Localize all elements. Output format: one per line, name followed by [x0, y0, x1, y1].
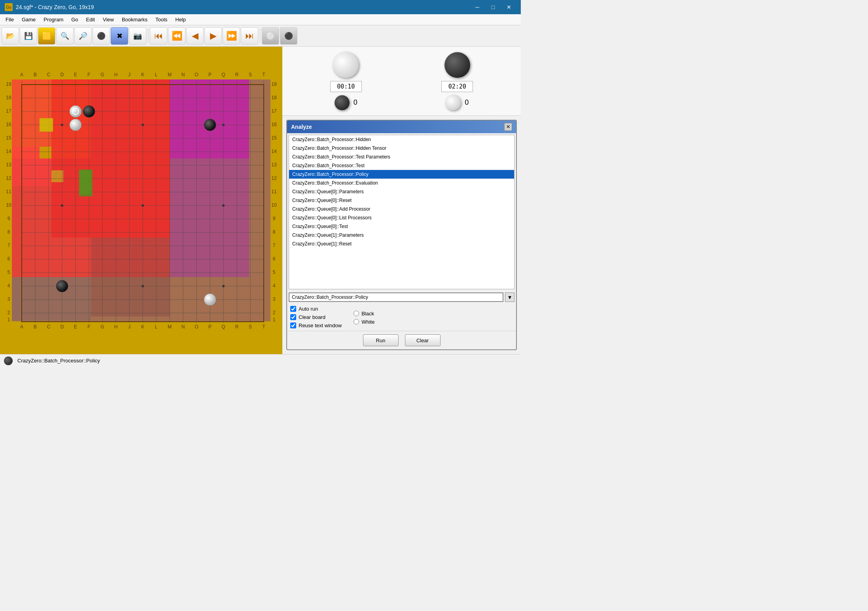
- white-player: 00:10 0: [330, 52, 362, 110]
- clear-button[interactable]: Clear: [405, 334, 441, 346]
- reuse-text-window-label[interactable]: Reuse text window: [290, 322, 342, 328]
- analyze-list-item[interactable]: CrazyZero::Queue[0]::Add Processor: [289, 205, 514, 213]
- svg-text:19: 19: [6, 81, 11, 87]
- svg-text:E: E: [74, 72, 77, 77]
- analyze-list-item[interactable]: CrazyZero::Queue[1]::Parameters: [289, 231, 514, 239]
- menu-file[interactable]: File: [2, 15, 18, 24]
- svg-rect-5: [51, 79, 170, 238]
- menu-edit[interactable]: Edit: [82, 15, 99, 24]
- screenshot-button[interactable]: 📷: [129, 27, 146, 45]
- save-button[interactable]: 💾: [20, 27, 37, 45]
- analyze-list-item[interactable]: CrazyZero::Batch_Processor::Test: [289, 161, 514, 170]
- analyze-list[interactable]: CrazyZero::Batch_Processor::HiddenCrazyZ…: [289, 135, 514, 289]
- go-first-button[interactable]: ⏮: [150, 27, 167, 45]
- gray-btn-1[interactable]: ⚪: [262, 27, 279, 45]
- black-radio-label[interactable]: Black: [354, 311, 374, 317]
- svg-text:11: 11: [6, 189, 11, 194]
- menu-help[interactable]: Help: [171, 15, 190, 24]
- stones-button[interactable]: ⚫: [93, 27, 110, 45]
- svg-point-130: [222, 124, 225, 126]
- svg-text:S: S: [249, 324, 252, 330]
- analyze-list-item[interactable]: CrazyZero::Batch_Processor::Hidden Tenso…: [289, 144, 514, 153]
- menu-go[interactable]: Go: [67, 15, 82, 24]
- svg-text:D: D: [61, 324, 64, 330]
- analyze-list-item[interactable]: CrazyZero::Queue[0]::Reset: [289, 196, 514, 205]
- run-button[interactable]: Run: [363, 334, 399, 346]
- open-file-button[interactable]: 📂: [2, 27, 19, 45]
- analyze-input-field[interactable]: [289, 292, 503, 302]
- analyze-list-item[interactable]: CrazyZero::Queue[0]::Test: [289, 222, 514, 231]
- menu-tools[interactable]: Tools: [151, 15, 171, 24]
- svg-text:16: 16: [6, 122, 11, 127]
- svg-point-143: [204, 119, 216, 131]
- svg-text:18: 18: [271, 95, 277, 100]
- svg-text:K: K: [141, 324, 144, 330]
- svg-text:18: 18: [6, 95, 11, 100]
- analyze-title-text: Analyze: [291, 124, 312, 130]
- zoom-out-button[interactable]: 🔎: [74, 27, 92, 45]
- svg-text:17: 17: [271, 108, 277, 114]
- analyze-options: Auto run Clear board Reuse text window: [290, 306, 513, 328]
- svg-point-133: [222, 204, 225, 207]
- go-prev-fast-button[interactable]: ⏪: [168, 27, 185, 45]
- analyze-list-item[interactable]: CrazyZero::Batch_Processor::Test Paramet…: [289, 153, 514, 161]
- go-last-button[interactable]: ⏭: [241, 27, 258, 45]
- maximize-button[interactable]: □: [486, 2, 500, 13]
- reuse-text-window-checkbox[interactable]: [290, 322, 296, 328]
- menu-view[interactable]: View: [99, 15, 118, 24]
- analyze-list-item[interactable]: CrazyZero::Batch_Processor::Evaluation: [289, 179, 514, 187]
- svg-rect-10: [40, 147, 51, 158]
- zoom-in-button[interactable]: 🔍: [56, 27, 74, 45]
- minimize-button[interactable]: ─: [470, 2, 484, 13]
- svg-text:5: 5: [273, 270, 276, 275]
- menu-bookmarks[interactable]: Bookmarks: [118, 15, 151, 24]
- svg-text:F: F: [87, 324, 90, 330]
- menu-program[interactable]: Program: [40, 15, 67, 24]
- analyze-buttons: Run Clear: [287, 331, 516, 349]
- black-captures: 0: [465, 98, 469, 107]
- status-stone-icon: [4, 356, 13, 365]
- close-button[interactable]: ✕: [502, 2, 516, 13]
- auto-run-label[interactable]: Auto run: [290, 306, 342, 312]
- svg-text:D: D: [61, 72, 64, 77]
- cancel-button[interactable]: ✖: [111, 27, 128, 45]
- go-next-button[interactable]: ▶: [204, 27, 222, 45]
- analyze-input-row: ▼: [289, 292, 514, 302]
- svg-text:13: 13: [6, 162, 11, 168]
- svg-text:12: 12: [271, 175, 277, 181]
- go-next-fast-button[interactable]: ⏩: [223, 27, 240, 45]
- analyze-list-item[interactable]: CrazyZero::Queue[0]::Parameters: [289, 187, 514, 196]
- auto-run-checkbox[interactable]: [290, 306, 296, 312]
- clear-board-checkbox[interactable]: [290, 314, 296, 320]
- svg-text:14: 14: [271, 149, 277, 154]
- white-radio[interactable]: [354, 319, 359, 324]
- clear-board-label[interactable]: Clear board: [290, 314, 342, 320]
- svg-text:11: 11: [271, 189, 277, 194]
- board-area[interactable]: A B C D E F G H J K L M N O P Q R S T: [0, 47, 282, 354]
- analyze-dropdown-button[interactable]: ▼: [505, 292, 514, 302]
- svg-text:12: 12: [6, 175, 11, 181]
- black-radio[interactable]: [354, 311, 359, 316]
- app-icon: Go: [5, 3, 13, 11]
- svg-text:K: K: [141, 72, 144, 77]
- menu-game[interactable]: Game: [18, 15, 40, 24]
- svg-text:R: R: [235, 324, 239, 330]
- stone-mode-button[interactable]: 🟨: [38, 27, 55, 45]
- go-prev-button[interactable]: ◀: [186, 27, 204, 45]
- svg-text:8: 8: [273, 229, 276, 235]
- svg-text:10: 10: [271, 202, 277, 208]
- analyze-list-item[interactable]: CrazyZero::Batch_Processor::Policy: [289, 170, 514, 179]
- white-radio-label[interactable]: White: [354, 319, 374, 325]
- svg-point-128: [61, 124, 63, 126]
- analyze-list-item[interactable]: CrazyZero::Queue[1]::Reset: [289, 239, 514, 248]
- svg-text:N: N: [182, 72, 185, 77]
- toolbar-separator-1: [148, 29, 148, 43]
- gray-btn-2[interactable]: ⚫: [280, 27, 297, 45]
- analyze-list-item[interactable]: CrazyZero::Queue[0]::List Processors: [289, 213, 514, 222]
- svg-rect-138: [79, 170, 93, 196]
- analyze-close-button[interactable]: ✕: [504, 123, 512, 131]
- svg-text:9: 9: [273, 216, 276, 221]
- svg-text:2: 2: [8, 310, 10, 315]
- analyze-title-bar[interactable]: Analyze ✕: [287, 121, 516, 133]
- analyze-list-item[interactable]: CrazyZero::Batch_Processor::Hidden: [289, 135, 514, 144]
